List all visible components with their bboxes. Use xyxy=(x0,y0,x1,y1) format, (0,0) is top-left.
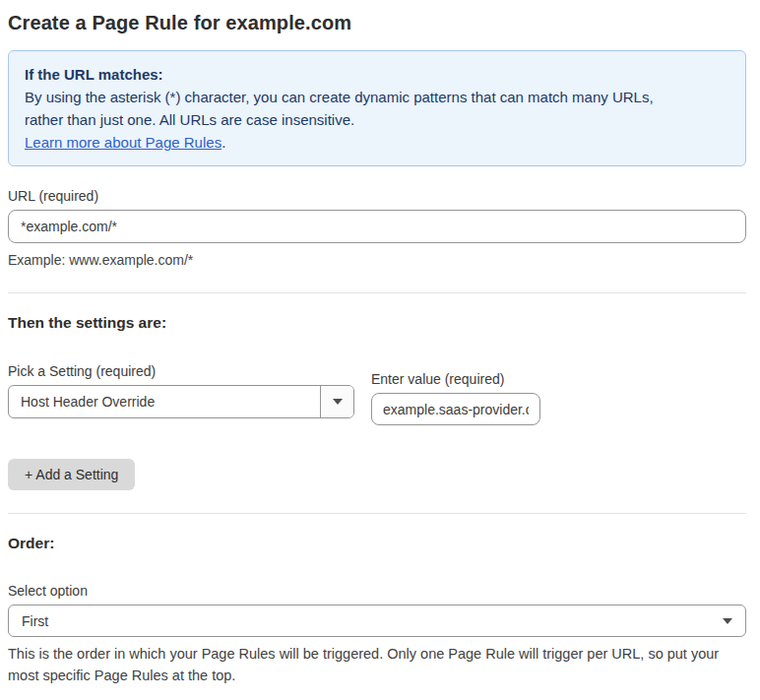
order-selected-value: First xyxy=(22,613,48,629)
order-section-heading: Order: xyxy=(8,535,746,552)
pick-setting-label: Pick a Setting (required) xyxy=(8,363,354,379)
order-helper-line-1: This is the order in which your Page Rul… xyxy=(8,643,746,665)
page-title: Create a Page Rule for example.com xyxy=(8,12,746,34)
order-helper-line-2: most specific Page Rules at the top. xyxy=(8,665,746,686)
info-box-body-line-1: By using the asterisk (*) character, you… xyxy=(25,86,729,108)
url-field-helper: Example: www.example.com/* xyxy=(8,250,746,270)
chevron-down-icon xyxy=(723,618,732,624)
add-setting-button[interactable]: + Add a Setting xyxy=(8,459,135,490)
enter-value-column: Enter value (required) xyxy=(371,371,540,425)
settings-row: Pick a Setting (required) Host Header Ov… xyxy=(8,363,746,425)
url-match-info-box: If the URL matches: By using the asteris… xyxy=(8,50,746,166)
info-box-body-line-2: rather than just one. All URLs are case … xyxy=(25,108,729,131)
info-box-heading: If the URL matches: xyxy=(25,63,729,86)
divider-after-settings xyxy=(8,513,746,514)
page-rule-form: Create a Page Rule for example.com If th… xyxy=(0,0,760,700)
chevron-down-icon xyxy=(333,399,343,405)
pick-setting-dropdown-arrow-segment[interactable] xyxy=(320,386,353,417)
order-helper-text: This is the order in which your Page Rul… xyxy=(8,643,746,686)
setting-value-input[interactable] xyxy=(371,393,540,425)
url-input[interactable] xyxy=(8,210,746,243)
pick-setting-column: Pick a Setting (required) Host Header Ov… xyxy=(8,363,354,425)
order-select-label: Select option xyxy=(8,583,746,599)
info-box-link-line: Learn more about Page Rules. xyxy=(25,131,729,154)
settings-section-heading: Then the settings are: xyxy=(8,314,746,332)
link-suffix: . xyxy=(222,134,225,151)
enter-value-label: Enter value (required) xyxy=(371,371,540,387)
pick-setting-selected-value: Host Header Override xyxy=(9,386,320,417)
divider-after-url xyxy=(8,292,746,293)
pick-setting-dropdown[interactable]: Host Header Override xyxy=(8,385,354,418)
learn-more-link[interactable]: Learn more about Page Rules xyxy=(25,134,222,151)
url-field-label: URL (required) xyxy=(8,188,746,204)
order-select-dropdown[interactable]: First xyxy=(8,605,746,637)
